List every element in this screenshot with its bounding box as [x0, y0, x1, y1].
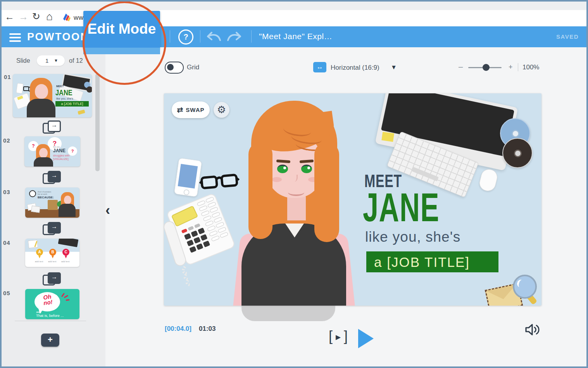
slide-05-number: 05 — [3, 290, 10, 296]
character-hair-lock-right — [314, 142, 339, 242]
slide-canvas[interactable]: MEET JANE like you, she's a [JOB TITLE] … — [164, 93, 541, 306]
thumb-jobtitle-box: a [JOB TITLE] — [55, 101, 89, 107]
cd-disc-dark — [502, 138, 533, 168]
mini-character-body — [59, 204, 76, 217]
help-button[interactable]: ? — [178, 29, 193, 45]
marker-tail — [65, 256, 67, 258]
play-button[interactable] — [358, 329, 374, 348]
preview-slide-button[interactable]: [ ▶ ] — [329, 328, 348, 344]
character-eye — [277, 165, 288, 173]
transition-button[interactable]: → — [43, 170, 60, 184]
emphasis-tick — [66, 299, 69, 301]
document-title[interactable]: "Meet Jane" Expl… — [259, 32, 332, 41]
bracket-left: [ — [329, 328, 333, 344]
ohno-text: Oh no! — [38, 293, 57, 306]
slide-02-number: 02 — [3, 137, 10, 144]
slides-sidebar: Slide 1 ▼ of 12 01 MEET JANE like you, s… — [0, 47, 105, 368]
swap-button[interactable]: ⇄ SWAP — [172, 101, 210, 118]
slide-03-thumbnail[interactable]: And it frustrates her at work BECAUSE: — [25, 187, 79, 218]
mini-character-body — [34, 157, 53, 167]
small-play-icon: ▶ — [336, 333, 341, 341]
mini-cabinet — [48, 200, 58, 210]
slide-jobtitle-text: a [JOB TITLE] — [374, 255, 470, 270]
slide-settings-button[interactable]: ⚙ — [214, 102, 229, 118]
slide-jobtitle-box[interactable]: a [JOB TITLE] — [366, 251, 498, 272]
slide-selector-label: Slide — [16, 57, 30, 64]
add-slide-button[interactable]: + — [41, 334, 59, 347]
thumb-because-text: BECAUSE: — [38, 196, 54, 199]
transition-arrow: → — [48, 222, 61, 234]
slide-01-number: 01 — [4, 74, 11, 80]
toolbar-divider — [200, 30, 200, 43]
bracket-right: ] — [344, 328, 348, 344]
sidebar-collapse-handle[interactable]: ‹ — [105, 202, 110, 218]
slide-number-dropdown[interactable]: 1 ▼ — [37, 55, 65, 66]
thumb-line: struggles with — [53, 154, 70, 157]
mini-character-body — [27, 99, 55, 117]
thumb-jane-text: JANE — [53, 148, 66, 153]
zoom-in-button[interactable]: + — [509, 63, 513, 71]
marker-tail — [52, 256, 54, 258]
slide-04-number: 04 — [3, 239, 10, 246]
orientation-caret-icon[interactable]: ▼ — [391, 64, 397, 71]
add-text-label: add text — [61, 260, 69, 263]
transition-arrow: → — [48, 120, 61, 132]
browser-refresh-icon[interactable]: ↻ — [32, 12, 40, 21]
thumb-jane-text: JANE — [55, 88, 72, 97]
toolbar-divider — [170, 30, 170, 43]
thumb-line: That is, before ... — [36, 313, 64, 318]
transition-arrow: → — [48, 171, 61, 182]
browser-forward-icon[interactable]: → — [19, 12, 28, 22]
undo-icon[interactable] — [205, 29, 222, 44]
slide-01-thumbnail[interactable]: MEET JANE like you, she's a [JOB TITLE] — [13, 74, 92, 117]
hamburger-menu-icon[interactable] — [9, 31, 21, 44]
thumb-meet-text: MEET — [56, 85, 64, 88]
slide-03-number: 03 — [3, 189, 10, 195]
slide-04-thumbnail[interactable]: A B C add text add text add text — [25, 239, 79, 267]
powtoon-favicon — [62, 13, 71, 22]
thumb-line: her at work — [38, 193, 47, 195]
marker-tail — [38, 256, 41, 258]
character-blush — [272, 177, 282, 182]
add-text-label: add text — [35, 260, 43, 263]
browser-back-icon[interactable]: ← — [5, 12, 14, 22]
grid-toggle[interactable] — [165, 62, 184, 74]
transition-button[interactable]: → — [43, 222, 60, 236]
character-jane[interactable] — [238, 99, 350, 306]
thumb-line: [VISUALIZE] — [53, 158, 69, 160]
slide-count-label: of 12 — [69, 57, 83, 64]
marker-b: B — [49, 249, 56, 256]
character-hair-lock-left — [248, 142, 272, 239]
transition-button[interactable]: → — [43, 272, 60, 286]
character-neck — [287, 196, 306, 220]
zoom-value: 100% — [522, 64, 539, 71]
character-mouth — [288, 189, 304, 196]
browser-home-icon[interactable]: ⌂ — [46, 11, 53, 22]
mini-clock-icon — [29, 190, 36, 197]
orientation-label[interactable]: Horizontal (16:9) — [331, 64, 379, 72]
slide-timestamp[interactable]: [00:04.0] — [165, 325, 191, 333]
slide-text-subtitle[interactable]: like you, she's — [365, 229, 460, 245]
transition-button[interactable]: → — [43, 120, 60, 134]
slide-05-thumbnail[interactable]: Oh no! JANE That is, before ... — [25, 289, 79, 319]
mini-keys — [78, 110, 85, 115]
zoom-divider — [518, 63, 518, 71]
mini-cd-dark — [86, 86, 92, 93]
powtoon-logo[interactable]: POWTOON — [27, 31, 89, 43]
marker-a: A — [36, 249, 43, 256]
swap-icon: ⇄ — [177, 105, 183, 114]
toolbar-divider — [251, 30, 252, 43]
slide-text-jane[interactable]: JANE — [363, 187, 440, 227]
mini-smartphone — [16, 83, 23, 94]
spacebar — [411, 167, 439, 181]
zoom-out-button[interactable]: – — [459, 62, 463, 71]
zoom-slider-knob[interactable] — [483, 64, 490, 71]
slide-02-thumbnail[interactable]: ? ? ? like you, JANE struggles with [VIS… — [24, 136, 80, 167]
toggle-knob — [167, 64, 174, 71]
volume-icon[interactable] — [524, 322, 541, 337]
transition-arrow: → — [48, 272, 61, 284]
marker-c: C — [62, 249, 69, 256]
sidebar-scrollbar[interactable] — [95, 74, 100, 171]
redo-icon[interactable] — [226, 29, 243, 44]
horizontal-orientation-icon[interactable]: ↔ — [313, 62, 326, 72]
